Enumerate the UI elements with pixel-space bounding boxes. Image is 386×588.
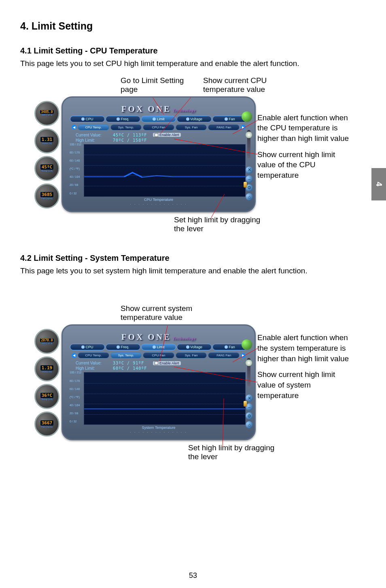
page-number: 53 <box>0 571 386 580</box>
corner-orb-icon <box>242 111 252 122</box>
ruler-ticks: · · · · · · · · · · · · · · <box>68 202 250 206</box>
tab-limit[interactable]: Limit <box>141 116 176 122</box>
y-tick: 40 / 104 <box>70 404 81 407</box>
current-value: 45ºC / 113ºF <box>113 133 147 137</box>
tab-sys-fan[interactable]: Sys. Fan <box>176 352 207 358</box>
y-tick: 100 / 212 <box>70 143 81 146</box>
enable-alert-checkbox[interactable]: Enable Alert <box>153 361 181 365</box>
y-tick: 0 / 32 <box>70 192 81 195</box>
corner-orb-icon <box>242 339 252 350</box>
tab-sys-fan[interactable]: Sys. Fan <box>176 124 207 130</box>
temperature-graph: 100 / 21280 / 17660 / 140(ºC / ºF)40 / 1… <box>84 372 246 425</box>
tab-cpu[interactable]: CPU <box>70 116 105 122</box>
minimize-icon[interactable]: – <box>246 175 253 183</box>
app-window: 3485.0 205 | 17.0 1.31 Volts (V) 45ºC Te… <box>62 96 256 212</box>
y-axis-unit: (ºC / ºF) <box>70 167 81 170</box>
page-title: 4. Limit Setting <box>20 20 366 32</box>
y-tick: 80 / 176 <box>70 151 81 154</box>
tab-cpu-fan[interactable]: CPU Fan <box>143 352 174 358</box>
next-arrow-icon[interactable]: ▶ <box>241 353 246 358</box>
tab-fan1-fan[interactable]: FAN1 Fan <box>208 352 240 358</box>
y-tick: 20 / 68 <box>70 412 81 415</box>
y-tick: 100 / 212 <box>70 371 81 374</box>
callout-show-current-cpu: Show current CPU temperature value <box>203 76 276 94</box>
vertical-slider[interactable] <box>247 358 250 386</box>
tab-freq-[interactable]: Freq. <box>106 344 140 350</box>
gauge-voltage: 1.31 Volts (V) <box>34 128 59 153</box>
high-limit-label: High Limit: <box>76 366 107 371</box>
callout-set-high-limit: Set high limit by dragging the lever <box>188 443 277 461</box>
close-icon[interactable]: ✕ <box>246 394 253 402</box>
y-tick: 60 / 140 <box>70 159 81 162</box>
gauge-temperature: 36ºC Temp (c/f) <box>34 384 59 409</box>
y-axis-unit: (ºC / ºF) <box>70 396 81 398</box>
y-tick: 20 / 68 <box>70 183 81 186</box>
high-limit-label: High Limit: <box>76 138 107 143</box>
high-limit-slider[interactable] <box>244 182 247 187</box>
tab-cpu-temp-[interactable]: CPU Temp. <box>78 124 109 130</box>
y-tick: 40 / 104 <box>70 175 81 178</box>
tab-voltage[interactable]: Voltage <box>177 344 212 350</box>
high-limit-value: 70ºC / 158ºF <box>113 138 147 143</box>
home-icon[interactable]: ⌂ <box>246 421 253 428</box>
temperature-graph: 100 / 21280 / 17660 / 140(ºC / ºF)40 / 1… <box>84 144 246 197</box>
callout-go-to-limit: Go to Limit Setting page <box>121 76 193 94</box>
next-arrow-icon[interactable]: ▶ <box>241 125 246 130</box>
section2-desc: This page lets you to set system high li… <box>20 266 366 276</box>
high-limit-value: 60ºC / 140ºF <box>113 366 147 371</box>
gauge-temperature: 45ºC Temp (c/f) <box>34 156 59 181</box>
callout-show-high-limit: Show current high limit value of the CPU… <box>257 149 352 181</box>
tab-voltage[interactable]: Voltage <box>177 116 212 122</box>
close-icon[interactable]: ✕ <box>246 166 253 174</box>
brand-logo: FOX ONETechnology <box>68 104 250 114</box>
tab-freq-[interactable]: Freq. <box>106 116 140 122</box>
graph-title: CPU Temperature <box>68 198 250 202</box>
current-value-label: Current Value: <box>76 133 107 137</box>
callout-show-high-limit: Show current high limit value of system … <box>257 369 352 401</box>
home-icon[interactable]: ⌂ <box>246 193 253 200</box>
callout-set-high-limit: Set high limit by dragging the lever <box>174 215 263 233</box>
gauge-frequency: 2870.0 205 | 17.0 <box>34 329 59 354</box>
ruler-ticks: · · · · · · · · · · · · · · <box>68 430 250 434</box>
section1-desc: This page lets you to set CPU high limit… <box>20 59 366 69</box>
tab-sys-temp-[interactable]: Sys. Temp. <box>110 124 142 130</box>
app-window: 2870.0 205 | 17.0 1.19 Volts (V) 36ºC Te… <box>62 324 256 440</box>
current-value-label: Current Value: <box>76 361 107 365</box>
callout-enable-alert: Enable alert function when the CPU tempe… <box>257 113 352 144</box>
current-value: 33ºC / 91ºF <box>113 361 147 365</box>
section1-title: 4.1 Limit Setting - CPU Temperature <box>20 46 366 55</box>
callout-enable-alert: Enable alert function when the system te… <box>257 332 352 364</box>
high-limit-slider[interactable] <box>244 401 247 407</box>
enable-alert-checkbox[interactable]: Enable Alert <box>153 133 181 137</box>
callout-show-current-sys: Show current system temperature value <box>121 304 218 322</box>
prev-arrow-icon[interactable]: ◀ <box>72 125 76 130</box>
graph-title: System Temperature <box>68 426 250 430</box>
tab-cpu-temp-[interactable]: CPU Temp. <box>78 352 109 358</box>
tab-cpu-fan[interactable]: CPU Fan <box>143 124 174 130</box>
prev-arrow-icon[interactable]: ◀ <box>72 353 76 358</box>
brand-logo: FOX ONETechnology <box>68 332 250 342</box>
tab-sys-temp-[interactable]: Sys. Temp. <box>110 352 142 358</box>
y-tick: 0 / 32 <box>70 420 81 423</box>
settings-icon[interactable]: ⚙ <box>246 412 253 420</box>
page-chapter-tab: 4 <box>371 168 386 200</box>
gauge-voltage: 1.19 Volts (V) <box>34 356 59 381</box>
y-tick: 60 / 140 <box>70 388 81 390</box>
tab-fan1-fan[interactable]: FAN1 Fan <box>208 124 240 130</box>
gauge-fan: 3685 Fan (rpm) <box>34 183 59 209</box>
gauge-fan: 3667 Fan (rpm) <box>34 411 59 437</box>
tab-limit[interactable]: Limit <box>141 344 176 350</box>
y-tick: 80 / 176 <box>70 379 81 382</box>
vertical-slider[interactable] <box>247 130 250 158</box>
tab-cpu[interactable]: CPU <box>70 344 105 350</box>
section2-title: 4.2 Limit Setting - System Temperature <box>20 254 366 263</box>
gauge-frequency: 3485.0 205 | 17.0 <box>34 101 59 126</box>
